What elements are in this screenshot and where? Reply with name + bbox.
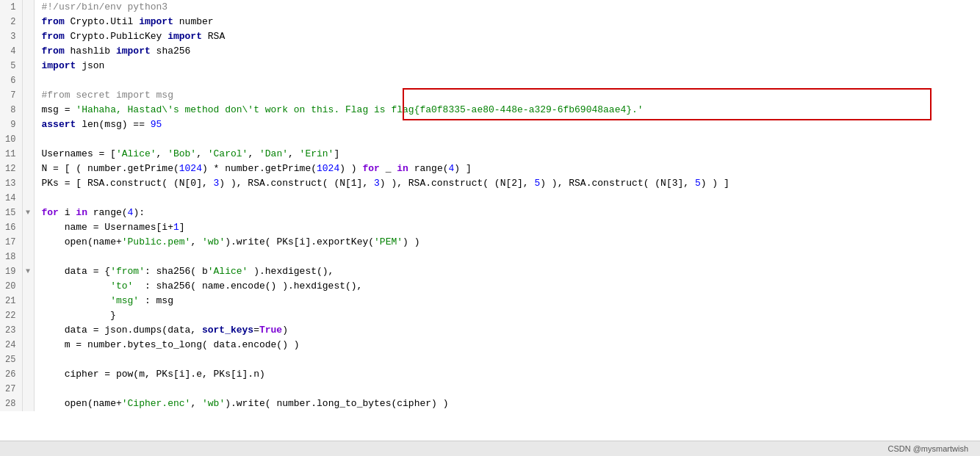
line-number: 25 [0, 352, 22, 367]
code-content: data = {'from': sha256( b'Alice' ).hexdi… [34, 264, 980, 279]
code-content: for i in range(4): [34, 206, 980, 220]
fold-icon[interactable]: ▼ [22, 264, 34, 279]
code-content: assert len(msg) == 95 [34, 117, 980, 132]
table-row: 21 'msg' : msg [0, 294, 980, 308]
table-row: 24 m = number.bytes_to_long( data.encode… [0, 338, 980, 352]
table-row: 28 open(name+'Cipher.enc', 'wb').write( … [0, 397, 980, 411]
table-row: 25 [0, 352, 980, 367]
line-number: 27 [0, 382, 22, 397]
table-row: 11 Usernames = ['Alice', 'Bob', 'Carol',… [0, 147, 980, 162]
line-number: 21 [0, 294, 22, 308]
table-row: 5 import json [0, 59, 980, 73]
code-content: data = json.dumps(data, sort_keys=True) [34, 323, 980, 338]
line-number: 17 [0, 235, 22, 250]
fold-col [22, 73, 34, 88]
fold-col [22, 323, 34, 338]
footer: CSDN @mysmartwish [0, 441, 980, 456]
code-content [34, 73, 980, 88]
table-row: 14 [0, 191, 980, 206]
fold-col [22, 176, 34, 191]
code-content: } [34, 308, 980, 323]
line-number: 11 [0, 147, 22, 162]
table-row: 4 from hashlib import sha256 [0, 44, 980, 59]
table-row: 13 PKs = [ RSA.construct( (N[0], 3) ), R… [0, 176, 980, 191]
code-content [34, 352, 980, 367]
table-row: 17 open(name+'Public.pem', 'wb').write( … [0, 235, 980, 250]
code-content: Usernames = ['Alice', 'Bob', 'Carol', 'D… [34, 147, 980, 162]
code-content: cipher = pow(m, PKs[i].e, PKs[i].n) [34, 367, 980, 382]
fold-col [22, 220, 34, 235]
fold-col [22, 235, 34, 250]
line-number: 24 [0, 338, 22, 352]
fold-col [22, 352, 34, 367]
table-row: 2 from Crypto.Util import number [0, 15, 980, 29]
table-row: 10 [0, 132, 980, 147]
code-content: from Crypto.PublicKey import RSA [34, 29, 980, 44]
code-content: from Crypto.Util import number [34, 15, 980, 29]
table-row: 20 'to' : sha256( name.encode() ).hexdig… [0, 279, 980, 294]
table-row: 7 #from secret import msg [0, 88, 980, 103]
fold-col [22, 279, 34, 294]
fold-col [22, 0, 34, 15]
fold-col [22, 162, 34, 176]
table-row: 15 ▼ for i in range(4): [0, 206, 980, 220]
fold-col [22, 382, 34, 397]
table-row: 12 N = [ ( number.getPrime(1024) * numbe… [0, 162, 980, 176]
code-content: open(name+'Public.pem', 'wb').write( PKs… [34, 235, 980, 250]
table-row: 16 name = Usernames[i+1] [0, 220, 980, 235]
line-number: 10 [0, 132, 22, 147]
fold-col [22, 132, 34, 147]
fold-col [22, 367, 34, 382]
fold-col [22, 117, 34, 132]
line-number: 13 [0, 176, 22, 191]
line-number: 5 [0, 59, 22, 73]
code-content: 'msg' : msg [34, 294, 980, 308]
code-content: import json [34, 59, 980, 73]
fold-col [22, 308, 34, 323]
table-row: 23 data = json.dumps(data, sort_keys=Tru… [0, 323, 980, 338]
code-content: from hashlib import sha256 [34, 44, 980, 59]
line-number: 20 [0, 279, 22, 294]
fold-col [22, 15, 34, 29]
code-content: name = Usernames[i+1] [34, 220, 980, 235]
table-row: 22 } [0, 308, 980, 323]
fold-col [22, 88, 34, 103]
line-number: 28 [0, 397, 22, 411]
fold-col [22, 59, 34, 73]
code-content: msg = 'Hahaha, Hastad\'s method don\'t w… [34, 103, 980, 117]
line-number: 4 [0, 44, 22, 59]
code-content [34, 382, 980, 397]
table-row: 3 from Crypto.PublicKey import RSA [0, 29, 980, 44]
table-row: 6 [0, 73, 980, 88]
fold-fold-icon[interactable]: ▼ [22, 206, 34, 220]
table-row: 26 cipher = pow(m, PKs[i].e, PKs[i].n) [0, 367, 980, 382]
fold-col [22, 147, 34, 162]
table-row: 9 assert len(msg) == 95 [0, 117, 980, 132]
code-content [34, 250, 980, 264]
code-content: #!/usr/bin/env python3 [34, 0, 980, 15]
fold-col [22, 250, 34, 264]
line-number: 7 [0, 88, 22, 103]
code-table: 1 #!/usr/bin/env python3 2 from Crypto.U… [0, 0, 980, 411]
line-number: 22 [0, 308, 22, 323]
code-editor: 1 #!/usr/bin/env python3 2 from Crypto.U… [0, 0, 980, 441]
line-number: 15 [0, 206, 22, 220]
line-number: 18 [0, 250, 22, 264]
table-row: 19 ▼ data = {'from': sha256( b'Alice' ).… [0, 264, 980, 279]
line-number: 16 [0, 220, 22, 235]
fold-col [22, 103, 34, 117]
line-number: 8 [0, 103, 22, 117]
code-content: #from secret import msg [34, 88, 980, 103]
line-number: 2 [0, 15, 22, 29]
code-content: open(name+'Cipher.enc', 'wb').write( num… [34, 397, 980, 411]
code-content: m = number.bytes_to_long( data.encode() … [34, 338, 980, 352]
table-row: 8 msg = 'Hahaha, Hastad\'s method don\'t… [0, 103, 980, 117]
line-number: 19 [0, 264, 22, 279]
footer-credit: CSDN @mysmartwish [887, 444, 968, 453]
code-content [34, 132, 980, 147]
line-number: 14 [0, 191, 22, 206]
code-content [34, 191, 980, 206]
fold-col [22, 29, 34, 44]
code-content: PKs = [ RSA.construct( (N[0], 3) ), RSA.… [34, 176, 980, 191]
fold-col [22, 191, 34, 206]
